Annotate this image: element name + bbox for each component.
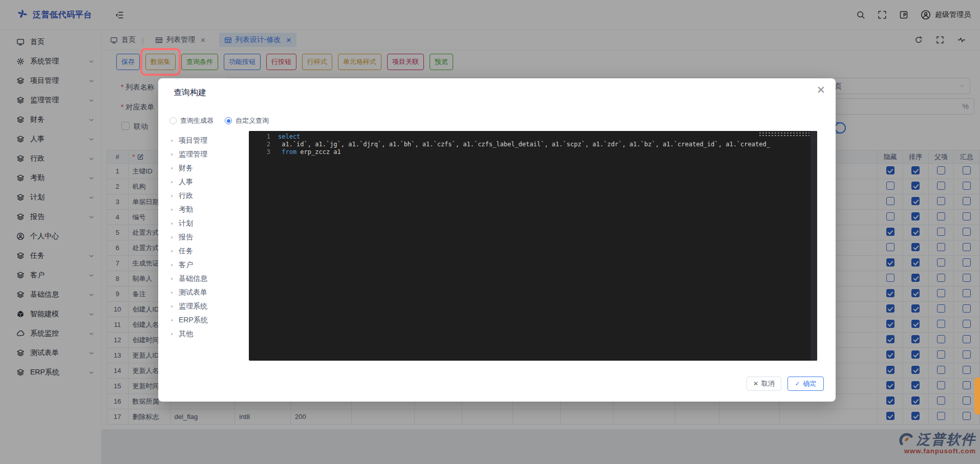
- tree-node[interactable]: 其他: [169, 327, 247, 341]
- tree-node-label: 其他: [179, 329, 193, 339]
- tree-node[interactable]: 测试表单: [169, 285, 247, 299]
- caret-right-icon: [169, 249, 175, 254]
- caret-right-icon: [169, 166, 175, 171]
- side-panel-handle[interactable]: [974, 378, 980, 414]
- editor-scrollbar[interactable]: [811, 131, 817, 361]
- tree-node[interactable]: 项目管理: [169, 134, 247, 147]
- radio-query-generator[interactable]: 查询生成器: [169, 116, 214, 125]
- caret-right-icon: [169, 180, 175, 185]
- editor-minimap: [759, 132, 809, 141]
- line-number: 1: [249, 133, 278, 141]
- tree-node-label: 客户: [179, 260, 193, 270]
- sql-code: 1 select 2 a1.`id`, a1.`jg`, a1.`djrq`, …: [249, 131, 817, 156]
- tree-node-label: 项目管理: [179, 136, 207, 145]
- tree-node[interactable]: 计划: [169, 216, 247, 230]
- tree-node-label: 财务: [179, 164, 193, 173]
- tree-node-label: 报告: [179, 233, 193, 242]
- sql-editor[interactable]: 1 select 2 a1.`id`, a1.`jg`, a1.`djrq`, …: [249, 131, 817, 361]
- dialog-title: 查询构建: [174, 87, 206, 98]
- tree-node[interactable]: 财务: [169, 161, 247, 175]
- check-icon: ✓: [795, 380, 800, 387]
- tree-node[interactable]: 任务: [169, 244, 247, 258]
- caret-right-icon: [169, 332, 175, 337]
- tree-node[interactable]: 监理系统: [169, 299, 247, 313]
- caret-right-icon: [169, 318, 175, 323]
- confirm-button[interactable]: ✓ 确定: [787, 377, 824, 391]
- caret-right-icon: [169, 290, 175, 295]
- tree-node-label: 行政: [179, 191, 193, 201]
- tree-node-label: 测试表单: [179, 288, 207, 297]
- tree-node[interactable]: 人事: [169, 175, 247, 189]
- tree-node-label: 计划: [179, 219, 193, 228]
- tree-node-label: ERP系统: [179, 316, 208, 325]
- line-number: 2: [249, 141, 278, 148]
- tree-node[interactable]: 基础信息: [169, 272, 247, 285]
- tree-node-label: 监理管理: [179, 150, 207, 159]
- caret-right-icon: [169, 276, 175, 281]
- code-line: 1 select: [249, 133, 817, 141]
- module-tree: 项目管理 监理管理 财务 人事 行政 考勤 计划 报告 任务: [169, 134, 247, 341]
- close-icon[interactable]: ✕: [816, 84, 825, 95]
- cancel-button[interactable]: ✕ 取消: [747, 377, 781, 391]
- caret-right-icon: [169, 304, 175, 309]
- query-builder-dialog: 查询构建 ✕ 查询生成器 自定义查询 项目管理 监理管理 财务 人事 行政: [158, 78, 836, 402]
- tree-node[interactable]: 客户: [169, 258, 247, 272]
- caret-right-icon: [169, 152, 175, 157]
- tree-node[interactable]: 行政: [169, 189, 247, 203]
- radio-custom-query[interactable]: 自定义查询: [225, 116, 269, 125]
- code-line: 2 a1.`id`, a1.`jg`, a1.`djrq`, a1.`bh`, …: [249, 141, 817, 148]
- code-line: 3 from erp_zccz a1: [249, 148, 817, 156]
- radio-dot: [169, 117, 177, 124]
- tree-node-label: 监理系统: [179, 302, 207, 311]
- tree-node[interactable]: 监理管理: [169, 147, 247, 161]
- tree-node[interactable]: ERP系统: [169, 313, 247, 327]
- line-number: 3: [249, 148, 278, 156]
- tree-node-label: 基础信息: [179, 274, 207, 283]
- caret-right-icon: [169, 207, 175, 212]
- caret-right-icon: [169, 235, 175, 240]
- radio-dot: [225, 117, 232, 124]
- caret-right-icon: [169, 221, 175, 226]
- tree-node-label: 人事: [179, 178, 193, 187]
- caret-right-icon: [169, 193, 175, 198]
- query-mode-radios: 查询生成器 自定义查询: [169, 116, 269, 125]
- tree-node-label: 任务: [179, 247, 193, 256]
- tree-node[interactable]: 考勤: [169, 203, 247, 216]
- close-icon: ✕: [753, 380, 758, 387]
- tree-node-label: 考勤: [179, 205, 193, 214]
- caret-right-icon: [169, 138, 175, 143]
- tree-node[interactable]: 报告: [169, 230, 247, 244]
- caret-right-icon: [169, 262, 175, 268]
